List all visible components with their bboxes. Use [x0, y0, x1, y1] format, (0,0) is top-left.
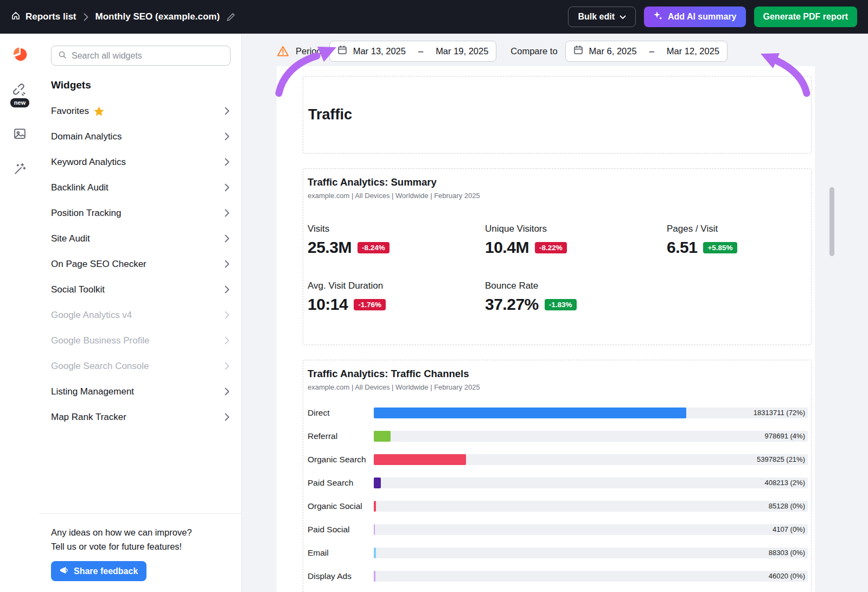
sidebar-item-on-page-seo-checker[interactable]: On Page SEO Checker — [40, 251, 241, 277]
bulk-edit-label: Bulk edit — [578, 12, 615, 22]
feedback-panel: Any ideas on how we can improve? Tell us… — [40, 513, 241, 592]
metric-avg-visit-duration: Avg. Visit Duration 10:14 -1.76% — [308, 281, 485, 314]
report-title: Monthly SEO (example.com) — [95, 11, 220, 22]
add-ai-summary-button[interactable]: Add AI summary — [644, 7, 746, 27]
channel-label: Paid Search — [308, 478, 374, 488]
channel-row-paid-search: Paid Search 408213 (2%) — [308, 471, 808, 494]
sidebar-item-map-rank-tracker[interactable]: Map Rank Tracker — [40, 404, 241, 430]
metric-value: 10:14 — [308, 295, 348, 314]
channel-row-direct: Direct 18313711 (72%) — [308, 401, 808, 424]
range-separator: – — [418, 46, 423, 56]
widgets-list: Favorites Domain Analytics Keyword Analy… — [40, 98, 241, 430]
metric-delta-badge: -1.83% — [545, 299, 577, 310]
channel-row-referral: Referral 978691 (4%) — [308, 424, 808, 448]
magic-wand-icon — [13, 162, 27, 178]
rail-images-tab[interactable] — [13, 127, 27, 143]
channel-bar-track: 4107 (0%) — [374, 524, 808, 535]
rail-widgets-tab[interactable] — [12, 47, 28, 64]
traffic-section-widget[interactable]: Traffic — [303, 76, 812, 154]
sidebar-item-label: Listing Management — [51, 386, 134, 397]
metric-value: 25.3M — [308, 238, 352, 257]
metric-delta-badge: -8.22% — [535, 242, 567, 253]
rail-ai-tools-tab[interactable] — [13, 162, 27, 178]
sidebar-item-label: Social Toolkit — [51, 284, 105, 295]
generate-pdf-report-button[interactable]: Generate PDF report — [754, 7, 857, 27]
channel-bar — [374, 571, 375, 582]
metric-bounce-rate: Bounce Rate 37.27% -1.83% — [485, 281, 667, 314]
date-toolbar: Period Mar 13, 2025 – Mar 19, 2025 Compa… — [277, 40, 727, 62]
chevron-down-icon — [620, 12, 626, 22]
edit-title-pencil-icon[interactable] — [226, 12, 235, 22]
period-date-picker[interactable]: Mar 13, 2025 – Mar 19, 2025 — [329, 41, 497, 62]
channel-bar — [374, 431, 391, 442]
metric-label: Visits — [308, 224, 485, 234]
search-input[interactable] — [72, 51, 224, 61]
bulk-edit-button[interactable]: Bulk edit — [568, 7, 636, 27]
channel-bar-track: 978691 (4%) — [374, 431, 808, 442]
share-feedback-button[interactable]: Share feedback — [51, 561, 146, 581]
rail-integrations-tab[interactable]: new — [10, 84, 29, 107]
summary-widget-title: Traffic Analytics: Summary — [308, 176, 807, 188]
metric-label: Bounce Rate — [485, 281, 667, 291]
sidebar-item-backlink-audit[interactable]: Backlink Audit — [40, 175, 241, 200]
feedback-line-1: Any ideas on how we can improve? — [51, 527, 192, 537]
channel-bar-track: 88303 (0%) — [374, 548, 808, 558]
report-builder-page: Reports list Monthly SEO (example.com) B… — [0, 0, 868, 592]
compare-end-date: Mar 12, 2025 — [667, 46, 719, 56]
metric-label: Unique Visitors — [485, 224, 667, 234]
sidebar-item-domain-analytics[interactable]: Domain Analytics — [40, 124, 241, 149]
channel-bar-track: 46020 (0%) — [374, 571, 808, 582]
new-badge: new — [10, 98, 29, 107]
traffic-section-title: Traffic — [308, 106, 352, 123]
sidebar-item-favorites[interactable]: Favorites — [40, 98, 241, 124]
search-icon — [58, 50, 67, 61]
topbar-actions: Bulk edit Add AI summary Generate PDF re… — [568, 7, 857, 27]
channel-bar — [374, 524, 375, 535]
channel-value: 408213 (2%) — [765, 478, 805, 488]
channel-label: Paid Social — [308, 525, 374, 534]
add-ai-summary-label: Add AI summary — [668, 12, 737, 22]
top-bar: Reports list Monthly SEO (example.com) B… — [0, 0, 868, 34]
compare-date-picker[interactable]: Mar 6, 2025 – Mar 12, 2025 — [565, 41, 727, 62]
sidebar-item-google-analytics-v4[interactable]: Google Analytics v4 — [40, 302, 241, 328]
sidebar-item-position-tracking[interactable]: Position Tracking — [40, 200, 241, 226]
widget-search-box[interactable] — [51, 46, 231, 66]
channel-bar — [374, 548, 376, 558]
vertical-scrollbar-thumb[interactable] — [829, 187, 834, 256]
metric-label: Avg. Visit Duration — [308, 281, 485, 291]
summary-metrics-grid: Visits 25.3M -8.24% Unique Visitors 10.4… — [308, 224, 807, 314]
sidebar-item-keyword-analytics[interactable]: Keyword Analytics — [40, 149, 241, 175]
channel-value: 85128 (0%) — [769, 501, 805, 512]
chevron-right-icon — [225, 158, 229, 166]
metric-delta-badge: -1.76% — [354, 299, 386, 310]
summary-widget-subtitle: example.com | All Devices | Worldwide | … — [308, 192, 807, 200]
megaphone-icon — [60, 566, 69, 577]
channel-row-paid-social: Paid Social 4107 (0%) — [308, 518, 808, 541]
period-end-date: Mar 19, 2025 — [436, 46, 488, 56]
sidebar-item-label: Map Rank Tracker — [51, 412, 126, 423]
sidebar-item-social-toolkit[interactable]: Social Toolkit — [40, 277, 241, 302]
sidebar-item-google-business-profile[interactable]: Google Business Profile — [40, 328, 241, 353]
sidebar-item-listing-management[interactable]: Listing Management — [40, 379, 241, 404]
traffic-summary-widget[interactable]: Traffic Analytics: Summary example.com |… — [303, 168, 812, 345]
sidebar-item-label: Favorites — [51, 106, 89, 117]
sidebar-item-site-audit[interactable]: Site Audit — [40, 226, 241, 251]
traffic-channels-widget[interactable]: Traffic Analytics: Traffic Channels exam… — [303, 360, 812, 592]
feedback-line-2: Tell us or vote for future features! — [51, 542, 182, 551]
breadcrumb-reports-list[interactable]: Reports list — [11, 11, 76, 23]
range-separator: – — [649, 46, 654, 56]
compare-to-label: Compare to — [510, 46, 557, 56]
period-label: Period — [296, 46, 322, 56]
sidebar-item-label: Google Search Console — [51, 361, 149, 372]
chevron-right-icon — [225, 209, 229, 217]
sidebar-item-google-search-console[interactable]: Google Search Console — [40, 353, 241, 379]
channel-row-display-ads: Display Ads 46020 (0%) — [308, 564, 808, 588]
metric-pages-per-visit: Pages / Visit 6.51 +5.85% — [667, 224, 807, 257]
sidebar-item-label: Site Audit — [51, 233, 90, 244]
chevron-right-icon — [225, 336, 229, 345]
metric-value: 37.27% — [485, 295, 539, 314]
chevron-right-icon — [225, 311, 229, 319]
left-icon-rail: new — [0, 34, 40, 592]
channels-bar-chart: Direct 18313711 (72%) Referral 978691 (4… — [308, 401, 808, 588]
widgets-sidebar: Widgets Favorites Domain Analytics Keywo… — [40, 34, 242, 592]
